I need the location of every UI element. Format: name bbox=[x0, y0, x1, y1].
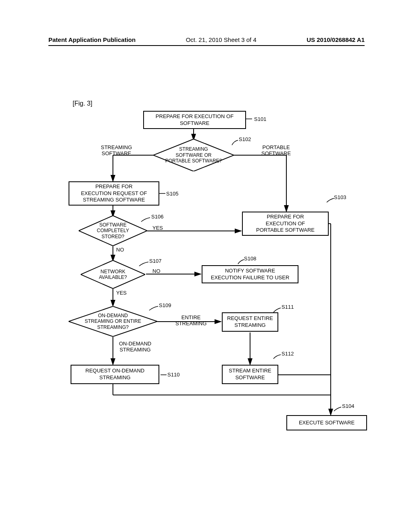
header-right: US 2010/0268842 A1 bbox=[307, 36, 365, 43]
decision-s107: NETWORKAVAILABLE? bbox=[81, 260, 145, 289]
diamond-text: SOFTWARECOMPLETELYSTORED? bbox=[97, 222, 129, 239]
step-label-s103: S103 bbox=[334, 194, 346, 200]
figure-label: [Fig. 3] bbox=[73, 100, 92, 107]
branch-label-streaming: STREAMINGSOFTWARE bbox=[101, 144, 132, 156]
step-label-s102: S102 bbox=[239, 136, 251, 142]
decision-s102: STREAMINGSOFTWARE ORPORTABLE SOFTWARE? bbox=[153, 139, 234, 171]
step-label-s110: S110 bbox=[167, 372, 179, 378]
flowchart-diagram: PREPARE FOR EXECUTION OFSOFTWARE S101 ST… bbox=[73, 109, 363, 463]
branch-label-ondemand: ON-DEMANDSTREAMING bbox=[119, 341, 151, 353]
box-text: NOTIFY SOFTWAREEXECUTION FAILURE TO USER bbox=[211, 268, 290, 281]
process-s110: REQUEST ON-DEMANDSTREAMING bbox=[71, 365, 159, 384]
branch-label-yes2: YES bbox=[116, 290, 127, 296]
box-text: EXECUTE SOFTWARE bbox=[299, 420, 355, 426]
step-label-s107: S107 bbox=[149, 258, 161, 264]
process-s101: PREPARE FOR EXECUTION OFSOFTWARE bbox=[143, 111, 246, 129]
process-s105: PREPARE FOREXECUTION REQUEST OFSTREAMING… bbox=[69, 181, 159, 206]
step-label-s104: S104 bbox=[342, 403, 354, 409]
diamond-text: NETWORKAVAILABLE? bbox=[99, 269, 127, 281]
process-s111: REQUEST ENTIRESTREAMING bbox=[222, 312, 278, 332]
box-text: PREPARE FOREXECUTION OFPORTABLE SOFTWARE bbox=[256, 214, 315, 234]
process-s104: EXECUTE SOFTWARE bbox=[286, 415, 367, 430]
box-text: REQUEST ON-DEMANDSTREAMING bbox=[86, 368, 144, 381]
decision-s109: ON-DEMANDSTREAMING OR ENTIRESTREAMING? bbox=[69, 306, 157, 337]
branch-label-entire: ENTIRESTREAMING bbox=[175, 314, 206, 326]
branch-label-yes: YES bbox=[152, 225, 163, 231]
decision-s106: SOFTWARECOMPLETELYSTORED? bbox=[79, 216, 147, 246]
diamond-text: STREAMINGSOFTWARE ORPORTABLE SOFTWARE? bbox=[165, 146, 222, 164]
step-label-s101: S101 bbox=[254, 116, 266, 122]
step-label-s111: S111 bbox=[282, 304, 294, 310]
step-label-s112: S112 bbox=[282, 351, 294, 357]
diamond-text: ON-DEMANDSTREAMING OR ENTIRESTREAMING? bbox=[85, 313, 141, 330]
process-s103: PREPARE FOREXECUTION OFPORTABLE SOFTWARE bbox=[242, 212, 329, 236]
step-label-s108: S108 bbox=[244, 256, 256, 262]
header-divider bbox=[48, 45, 365, 46]
page-header: Patent Application Publication Oct. 21, … bbox=[0, 36, 413, 43]
process-s108: NOTIFY SOFTWAREEXECUTION FAILURE TO USER bbox=[202, 265, 298, 283]
process-s112: STREAM ENTIRESOFTWARE bbox=[222, 365, 278, 384]
box-text: PREPARE FOREXECUTION REQUEST OFSTREAMING… bbox=[81, 183, 147, 204]
header-left: Patent Application Publication bbox=[48, 36, 136, 43]
box-text: STREAM ENTIRESOFTWARE bbox=[229, 368, 271, 381]
box-text: REQUEST ENTIRESTREAMING bbox=[227, 315, 273, 329]
header-mid: Oct. 21, 2010 Sheet 3 of 4 bbox=[186, 36, 257, 43]
step-label-s105: S105 bbox=[166, 191, 178, 197]
box-text: PREPARE FOR EXECUTION OFSOFTWARE bbox=[156, 113, 234, 127]
branch-label-portable: PORTABLESOFTWARE bbox=[261, 144, 291, 156]
branch-label-no: NO bbox=[116, 247, 124, 253]
step-label-s106: S106 bbox=[151, 214, 163, 220]
step-label-s109: S109 bbox=[159, 302, 171, 308]
branch-label-no2: NO bbox=[152, 268, 161, 274]
